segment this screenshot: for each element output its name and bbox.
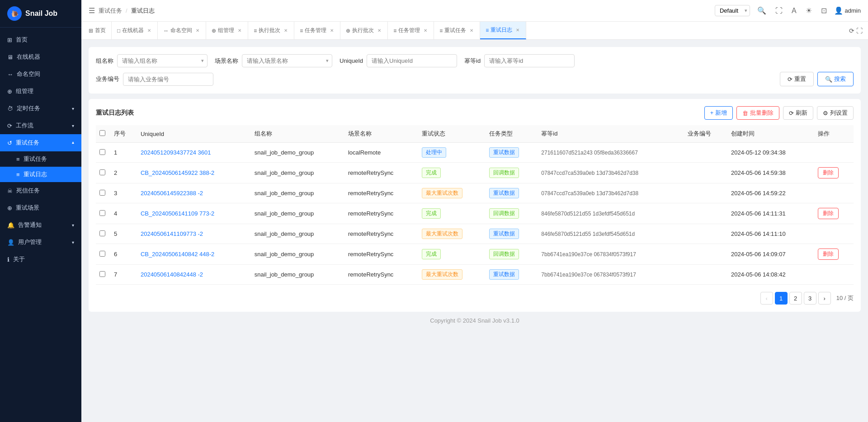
unique-id-input[interactable] [367, 54, 457, 67]
tab-task-management[interactable]: ≡ 任务管理 ✕ [294, 22, 340, 39]
sidebar-item-about[interactable]: ℹ 关于 [0, 251, 81, 268]
tab-home[interactable]: ⊞ 首页 [83, 22, 112, 39]
tab-refresh-icon[interactable]: ⟳ [849, 27, 854, 34]
breadcrumb-retry-log: 重试日志 [131, 7, 155, 15]
delete-button-5[interactable]: 删除 [818, 249, 839, 260]
tab-close-online[interactable]: ✕ [146, 27, 152, 34]
cell-group: snail_job_demo_group [251, 203, 344, 224]
unique-id-link-1[interactable]: CB_20240506145922 388-2 [141, 169, 214, 176]
tab-namespace[interactable]: ↔ 命名空间 ✕ [158, 22, 206, 39]
column-settings-button[interactable]: ⚙ 列设置 [817, 106, 854, 120]
prev-page-button[interactable]: ‹ [760, 292, 773, 305]
search-icon: 🔍 [825, 76, 832, 83]
row-checkbox-4[interactable] [99, 230, 105, 236]
sidebar-item-retry-scene[interactable]: ⊕ 重试场景 [0, 199, 81, 216]
default-namespace-select[interactable]: Default [715, 5, 750, 16]
unique-id-link-6[interactable]: 20240506140842448 -2 [141, 271, 203, 278]
tab-expand-icon[interactable]: ⛶ [856, 27, 863, 34]
info-icon: ℹ [7, 256, 9, 263]
sidebar-item-label: 重试场景 [16, 204, 39, 212]
page-3-button[interactable]: 3 [804, 292, 816, 305]
tab-close-task-mgmt2[interactable]: ✕ [423, 27, 428, 34]
tab-close-exec-batch[interactable]: ✕ [283, 27, 288, 34]
cell-curtain-id: 271611607d521a243 05f8eda36336667 [538, 143, 684, 163]
theme-icon[interactable]: ☀ [804, 5, 814, 17]
next-page-button[interactable]: › [818, 292, 831, 305]
tab-close-task-mgmt[interactable]: ✕ [329, 27, 335, 34]
row-checkbox-5[interactable] [99, 251, 105, 257]
sidebar-item-namespace[interactable]: ↔ 命名空间 [0, 66, 81, 83]
tab-exec-batch2[interactable]: ⊕ 执行批次 ✕ [340, 22, 388, 39]
group-name-input[interactable] [117, 54, 208, 67]
split-screen-icon[interactable]: ⊡ [819, 5, 829, 17]
table-row: 5 20240506141109773 -2 snail_job_demo_gr… [96, 224, 854, 244]
sidebar-item-home[interactable]: ⊞ 首页 [0, 31, 81, 48]
tab-close-retry-log[interactable]: ✕ [515, 27, 520, 33]
row-checkbox-3[interactable] [99, 210, 105, 216]
row-checkbox-6[interactable] [99, 271, 105, 277]
scene-name-input[interactable] [242, 54, 332, 67]
sidebar-item-user-management[interactable]: 👤 用户管理 ▾ [0, 234, 81, 251]
tab-group-management[interactable]: ⊕ 组管理 ✕ [206, 22, 248, 39]
tab-exec-batch-label: 执行批次 [259, 27, 280, 34]
sidebar-item-scheduled-tasks[interactable]: ⏱ 定时任务 ▾ [0, 100, 81, 117]
delete-button-3[interactable]: 删除 [818, 208, 839, 219]
unique-id-link-0[interactable]: 20240512093437724 3601 [141, 149, 211, 156]
cell-unique-id: CB_20240506141109 773-2 [137, 203, 251, 224]
tab-retry-task[interactable]: ≡ 重试任务 ✕ [434, 22, 480, 39]
row-checkbox-0[interactable] [99, 149, 105, 155]
app-logo: 🐌 Snail Job [0, 0, 81, 28]
tab-task-mgmt2[interactable]: ≡ 任务管理 ✕ [388, 22, 434, 39]
tab-online-label: 在线机器 [122, 27, 144, 34]
sidebar-subitem-retry-task[interactable]: ≡ 重试任务 [0, 151, 81, 167]
row-checkbox-cell [96, 244, 110, 265]
sidebar-item-retry-tasks[interactable]: ↺ 重试任务 ▾ [0, 134, 81, 151]
language-icon[interactable]: A [790, 5, 798, 17]
sidebar-item-workflow[interactable]: ⟳ 工作流 ▾ [0, 117, 81, 134]
select-all-checkbox[interactable] [99, 130, 105, 136]
search-button[interactable]: 🔍 搜索 [817, 72, 854, 86]
sidebar-item-group-management[interactable]: ⊕ 组管理 [0, 83, 81, 100]
delete-button-1[interactable]: 删除 [818, 167, 839, 178]
reset-label: 重置 [794, 75, 806, 83]
row-checkbox-2[interactable] [99, 190, 105, 196]
admin-account[interactable]: 👤 admin [834, 6, 861, 15]
task-type-badge-5: 回调数据 [489, 249, 519, 259]
unique-id-link-4[interactable]: 20240506141109773 -2 [141, 230, 203, 237]
sidebar-subitem-retry-log[interactable]: ≡ 重试日志 [0, 167, 81, 182]
row-checkbox-cell [96, 224, 110, 244]
search-icon[interactable]: 🔍 [755, 5, 768, 17]
reset-button[interactable]: ⟳ 重置 [780, 72, 814, 86]
page-1-button[interactable]: 1 [775, 292, 788, 305]
cell-group: snail_job_demo_group [251, 143, 344, 163]
footer: Copyright © 2024 Snail Job v3.1.0 [89, 312, 861, 329]
biz-no-input[interactable] [123, 73, 213, 86]
tab-retry-log[interactable]: ≡ 重试日志 ✕ [480, 22, 526, 39]
tab-execution-batch[interactable]: ≡ 执行批次 ✕ [248, 22, 294, 39]
chevron-down-icon: ▾ [72, 223, 74, 228]
add-button[interactable]: + 新增 [704, 106, 733, 120]
tab-exec-batch2-label: 执行批次 [352, 27, 374, 34]
sidebar-item-online-machines[interactable]: 🖥 在线机器 [0, 48, 81, 66]
sidebar-item-label: 关于 [13, 255, 25, 263]
unique-id-link-5[interactable]: CB_20240506140842 448-2 [141, 251, 214, 258]
unique-id-link-3[interactable]: CB_20240506141109 773-2 [141, 210, 214, 217]
menu-toggle-icon[interactable]: ☰ [89, 6, 95, 15]
fullscreen-icon[interactable]: ⛶ [774, 5, 784, 17]
tab-online-machines[interactable]: □ 在线机器 ✕ [112, 22, 158, 39]
row-checkbox-1[interactable] [99, 169, 105, 175]
page-2-button[interactable]: 2 [789, 292, 802, 305]
tab-close-group[interactable]: ✕ [237, 27, 242, 34]
filter-section: 组名称 场景名称 UniqueId 幂等id [89, 47, 861, 94]
tab-close-retry-task[interactable]: ✕ [469, 27, 474, 34]
unique-id-link-2[interactable]: 20240506145922388 -2 [141, 190, 203, 197]
refresh-button[interactable]: ⟳ 刷新 [783, 106, 813, 120]
sidebar-item-alert-notice[interactable]: 🔔 告警通知 ▾ [0, 216, 81, 234]
curtain-id-input[interactable] [484, 54, 575, 67]
tab-close-namespace[interactable]: ✕ [195, 27, 200, 34]
cell-group: snail_job_demo_group [251, 183, 344, 203]
cell-created-at: 2024-05-06 14:59:22 [727, 183, 814, 203]
tab-close-exec-batch2[interactable]: ✕ [377, 27, 382, 34]
batch-delete-button[interactable]: 🗑 批量删除 [736, 106, 779, 120]
sidebar-item-dead-letter[interactable]: ☠ 死信任务 [0, 182, 81, 199]
